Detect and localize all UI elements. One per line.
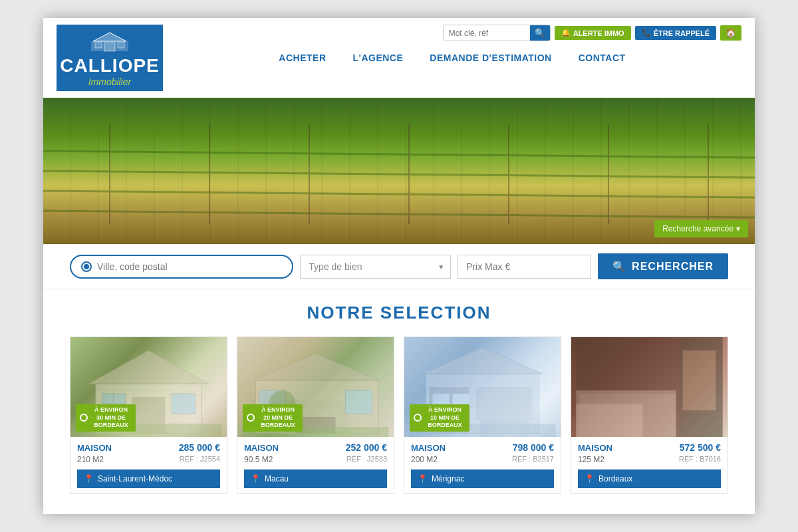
property-details-3: 200 M2 RÉF : B2517 <box>411 455 554 464</box>
property-info-4: MAISON 572 500 € 125 M2 RÉF : B7016 📍 Bo… <box>571 437 728 493</box>
svg-rect-20 <box>172 394 196 414</box>
header-actions: 🔍 🔔 ALERTE IMMO 📞 ÊTRE RAPPELÉ 🏠 <box>443 25 741 41</box>
properties-grid: À ENVIRON 30 MIN DE BORDEAUX MAISON 285 … <box>70 336 728 494</box>
rechercher-label: RECHERCHER <box>632 261 714 273</box>
svg-rect-28 <box>346 390 372 414</box>
location-button-1[interactable]: 📍 Saint-Laurent-Médoc <box>77 469 220 488</box>
location-text-4: Bordeaux <box>598 474 632 483</box>
page-wrapper: CALLIOPE Immobilier ACHETER L'AGENCE DEM… <box>43 18 755 514</box>
pin-icon-3: 📍 <box>418 474 428 483</box>
svg-rect-2 <box>104 43 115 51</box>
svg-rect-39 <box>479 420 529 437</box>
property-card-3[interactable]: À ENVIRON 10 MIN DE BORDEAUX MAISON 798 … <box>404 336 561 494</box>
svg-marker-1 <box>93 33 126 41</box>
home-icon: 🏠 <box>726 28 736 38</box>
property-card-2[interactable]: À ENVIRON 20 MIN DE BORDEAUX MAISON 252 … <box>237 336 394 494</box>
property-size-2: 90.5 M2 <box>244 455 273 464</box>
logo-title: CALLIOPE <box>60 55 160 76</box>
pin-icon-2: 📍 <box>251 474 261 483</box>
property-image-1: À ENVIRON 30 MIN DE BORDEAUX <box>70 337 227 437</box>
property-price-2: 252 000 € <box>346 442 387 453</box>
svg-line-6 <box>43 171 755 178</box>
logo[interactable]: CALLIOPE Immobilier <box>57 25 163 91</box>
location-button-3[interactable]: 📍 Mérignac <box>411 469 554 488</box>
property-price-4: 572 500 € <box>680 442 721 453</box>
property-image-4 <box>571 337 728 437</box>
rechercher-button[interactable]: 🔍 RECHERCHER <box>598 253 728 279</box>
property-details-4: 125 M2 RÉF : B7016 <box>578 455 721 464</box>
advanced-search-label: Recherche avancée <box>662 224 733 233</box>
location-dot-inner <box>84 264 89 269</box>
search-icon: 🔍 <box>612 260 626 273</box>
svg-marker-25 <box>253 354 379 380</box>
property-card-1[interactable]: À ENVIRON 30 MIN DE BORDEAUX MAISON 285 … <box>70 336 227 494</box>
property-ref-4: RÉF : B7016 <box>679 455 721 464</box>
svg-line-7 <box>43 191 755 198</box>
property-ref-2: RÉF : J2533 <box>346 455 387 464</box>
advanced-search-button[interactable]: Recherche avancée ▾ <box>654 220 748 237</box>
type-price-row-4: MAISON 572 500 € <box>578 442 721 453</box>
pin-icon-4: 📍 <box>585 474 595 483</box>
property-image-3: À ENVIRON 10 MIN DE BORDEAUX <box>404 337 561 437</box>
property-card-4[interactable]: MAISON 572 500 € 125 M2 RÉF : B7016 📍 Bo… <box>571 336 728 494</box>
nav-agence[interactable]: L'AGENCE <box>353 53 404 63</box>
search-bar: Type de bien Maison Appartement Terrain … <box>43 244 755 289</box>
property-type-3: MAISON <box>411 443 446 453</box>
rappel-button[interactable]: 📞 ÊTRE RAPPELÉ <box>635 26 716 40</box>
svg-rect-45 <box>683 350 716 410</box>
distance-badge-2: À ENVIRON 20 MIN DE BORDEAUX <box>243 404 303 432</box>
section-title: NOTRE SELECTION <box>70 303 728 323</box>
svg-marker-33 <box>423 347 543 374</box>
alerte-label: ALERTE IMMO <box>573 29 624 37</box>
type-price-row-3: MAISON 798 000 € <box>411 442 554 453</box>
property-info-2: MAISON 252 000 € 90.5 M2 RÉF : J2533 📍 M… <box>237 437 394 493</box>
property-details-1: 210 M2 RÉF : J2554 <box>77 455 220 464</box>
location-text-3: Mérignac <box>432 474 464 483</box>
selection-section: NOTRE SELECTION <box>43 289 755 514</box>
property-type-2: MAISON <box>244 443 279 453</box>
hero-section: Recherche avancée ▾ <box>43 98 755 244</box>
type-select[interactable]: Type de bien Maison Appartement Terrain … <box>300 255 451 279</box>
distance-dot-icon-3 <box>414 414 422 422</box>
property-price-1: 285 000 € <box>179 442 220 453</box>
property-type-1: MAISON <box>77 443 112 453</box>
location-input[interactable] <box>97 261 282 272</box>
svg-line-5 <box>43 151 755 158</box>
svg-marker-17 <box>89 350 209 384</box>
top-search-box: 🔍 <box>443 25 551 41</box>
top-search-input[interactable] <box>444 26 530 41</box>
property-size-4: 125 M2 <box>578 455 604 464</box>
nav-estimation[interactable]: DEMANDE D'ESTIMATION <box>430 53 551 63</box>
bell-icon: 🔔 <box>561 29 571 37</box>
property-ref-3: RÉF : B2517 <box>512 455 554 464</box>
type-price-row-2: MAISON 252 000 € <box>244 442 387 453</box>
search-icon: 🔍 <box>535 28 545 38</box>
location-dot-icon <box>81 261 92 272</box>
type-select-wrapper: Type de bien Maison Appartement Terrain … <box>300 255 451 279</box>
alerte-immo-button[interactable]: 🔔 ALERTE IMMO <box>555 26 631 40</box>
property-image-2: À ENVIRON 20 MIN DE BORDEAUX <box>237 337 394 437</box>
property-details-2: 90.5 M2 RÉF : J2533 <box>244 455 387 464</box>
nav-contact[interactable]: CONTACT <box>579 53 626 63</box>
distance-dot-icon-2 <box>247 414 255 422</box>
location-text-1: Saint-Laurent-Médoc <box>98 474 172 483</box>
svg-line-8 <box>43 211 755 217</box>
svg-rect-46 <box>577 404 643 437</box>
svg-rect-3 <box>95 43 102 48</box>
property-info-1: MAISON 285 000 € 210 M2 RÉF : J2554 📍 Sa… <box>70 437 227 493</box>
location-button-2[interactable]: 📍 Macau <box>244 469 387 488</box>
property-size-1: 210 M2 <box>77 455 104 464</box>
home-button[interactable]: 🏠 <box>720 25 741 41</box>
top-search-button[interactable]: 🔍 <box>530 25 550 41</box>
property-ref-1: RÉF : J2554 <box>180 455 220 464</box>
prix-input[interactable] <box>458 255 591 279</box>
property-type-4: MAISON <box>578 443 612 453</box>
nav-acheter[interactable]: ACHETER <box>279 53 326 63</box>
phone-icon: 📞 <box>642 29 651 37</box>
chevron-down-icon: ▾ <box>736 224 740 233</box>
type-price-row-1: MAISON 285 000 € <box>77 442 220 453</box>
location-search-wrapper <box>70 255 293 279</box>
property-info-3: MAISON 798 000 € 200 M2 RÉF : B2517 📍 Mé… <box>404 437 561 493</box>
location-button-4[interactable]: 📍 Bordeaux <box>578 469 721 488</box>
distance-badge-3: À ENVIRON 10 MIN DE BORDEAUX <box>410 404 469 432</box>
